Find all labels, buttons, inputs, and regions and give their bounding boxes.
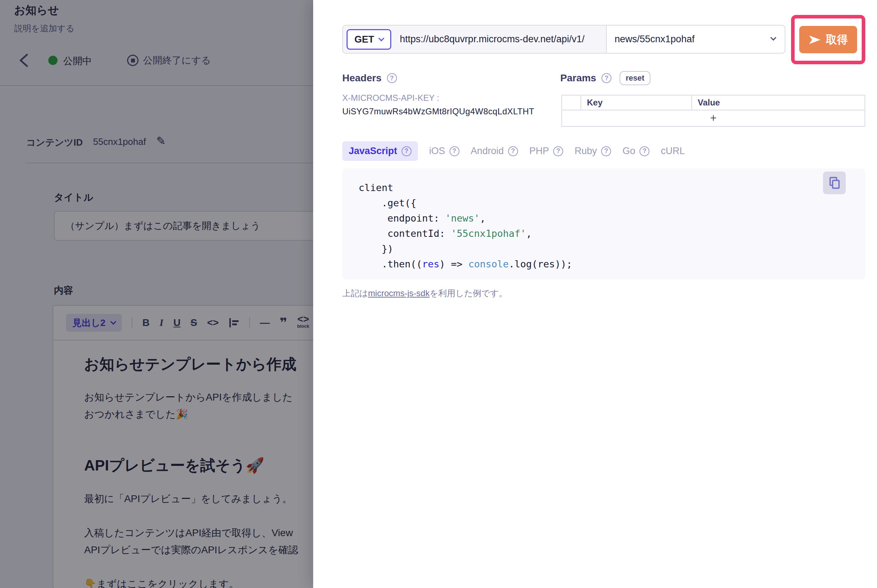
tab-javascript[interactable]: JavaScript? — [342, 141, 418, 161]
tab-curl[interactable]: cURL — [661, 146, 685, 157]
code-snippet: client .get({ endpoint: 'news', contentI… — [358, 180, 572, 272]
tab-label: PHP — [529, 146, 549, 157]
code-line: .then((res) => console.log(res)); — [358, 256, 572, 272]
help-icon[interactable]: ? — [601, 146, 611, 156]
copy-code-button[interactable] — [823, 171, 846, 194]
help-icon[interactable]: ? — [387, 73, 397, 83]
help-icon[interactable]: ? — [639, 146, 649, 156]
api-key-value: UiSYG7muwRs4bWzGMt8rIQUg4W8cqLdXLTHT — [342, 106, 534, 117]
code-line: contentId: '55cnx1pohaf', — [358, 226, 572, 241]
fetch-button-label: 取得 — [826, 32, 848, 47]
tab-go[interactable]: Go? — [622, 146, 649, 157]
headers-title: Headers — [342, 72, 382, 84]
base-url-input: https://ubc8quvrpr.microcms-dev.net/api/… — [400, 25, 585, 54]
language-tabs: JavaScript?iOS?Android?PHP?Ruby?Go?cURL — [342, 141, 685, 161]
modal-backdrop[interactable] — [0, 0, 313, 588]
api-preview-modal: GET https://ubc8quvrpr.microcms-dev.net/… — [313, 0, 877, 588]
fetch-button[interactable]: 取得 — [799, 26, 857, 53]
content-edit-page: お知らせ 説明を追加する 公開中 公開終了にする コンテンツID 55cnx1p… — [0, 0, 313, 588]
tab-label: Ruby — [574, 146, 597, 157]
copy-icon — [828, 177, 840, 189]
help-icon[interactable]: ? — [553, 146, 563, 156]
help-icon[interactable]: ? — [601, 73, 612, 83]
chevron-down-icon — [771, 35, 777, 41]
tab-php[interactable]: PHP? — [529, 146, 564, 157]
annotation-highlight-box: 取得 — [791, 15, 865, 64]
method-select[interactable]: GET — [346, 29, 391, 50]
add-param-button[interactable]: + — [562, 110, 865, 126]
send-icon — [808, 35, 821, 44]
tab-label: iOS — [429, 146, 445, 157]
params-value-header: Value — [692, 96, 865, 110]
tab-label: cURL — [661, 146, 685, 157]
params-table: Key Value + — [561, 95, 865, 127]
tab-label: Android — [471, 146, 504, 157]
tab-ruby[interactable]: Ruby? — [574, 146, 611, 157]
sdk-note-prefix: 上記は — [342, 288, 368, 298]
tab-ios[interactable]: iOS? — [429, 146, 459, 157]
endpoint-select[interactable]: news/55cnx1pohaf — [606, 25, 786, 54]
params-key-header: Key — [581, 96, 692, 110]
api-key-label: X-MICROCMS-API-KEY : — [342, 93, 439, 103]
chevron-down-icon — [378, 36, 384, 42]
help-icon[interactable]: ? — [450, 146, 459, 156]
tab-label: Go — [622, 146, 635, 157]
help-icon[interactable]: ? — [508, 146, 518, 156]
sdk-note-suffix: を利用した例です。 — [430, 288, 507, 298]
sdk-link[interactable]: microcms-js-sdk — [368, 288, 430, 298]
code-line: .get({ — [358, 195, 572, 210]
params-table-header: Key Value — [562, 96, 865, 110]
method-value: GET — [354, 34, 374, 45]
reset-params-button[interactable]: reset — [619, 71, 651, 85]
endpoint-value: news/55cnx1pohaf — [615, 34, 694, 45]
params-section-title-row: Params ? reset — [560, 71, 651, 85]
code-block: client .get({ endpoint: 'news', contentI… — [342, 168, 865, 279]
params-title: Params — [560, 72, 596, 84]
code-line: endpoint: 'news', — [358, 210, 572, 226]
code-line: client — [358, 180, 572, 195]
sdk-note: 上記はmicrocms-js-sdkを利用した例です。 — [342, 288, 507, 299]
headers-section-title-row: Headers ? — [342, 72, 397, 84]
params-checkbox-column — [562, 96, 581, 110]
tab-label: JavaScript — [349, 146, 397, 157]
tab-android[interactable]: Android? — [471, 146, 518, 157]
code-line: }) — [358, 241, 572, 256]
help-icon[interactable]: ? — [402, 146, 412, 156]
api-preview-screen: お知らせ 説明を追加する 公開中 公開終了にする コンテンツID 55cnx1p… — [0, 0, 877, 588]
